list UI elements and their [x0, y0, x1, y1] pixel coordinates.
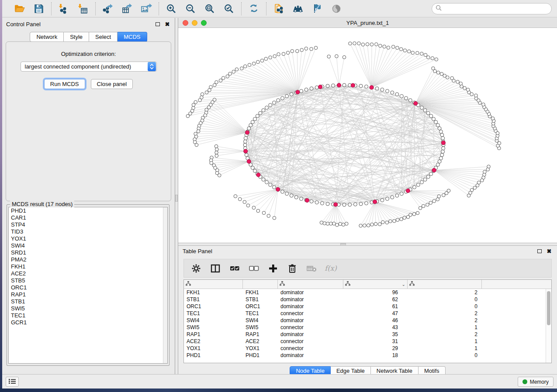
tab-style[interactable]: Style — [64, 32, 89, 42]
run-mcds-button[interactable]: Run MCDS — [44, 79, 85, 89]
cell-MCDS-role: connector — [278, 310, 343, 317]
table-row[interactable]: TEC1TEC1connector472 — [184, 310, 551, 317]
float-table-panel-icon[interactable] — [536, 248, 543, 254]
table-row[interactable]: RAP1RAP1dominator352 — [184, 331, 551, 338]
table-scrollbar[interactable] — [546, 289, 551, 363]
delete-columns-icon[interactable] — [287, 263, 298, 274]
mcds-result-item[interactable]: SRD1 — [9, 249, 167, 256]
task-history-button[interactable] — [6, 377, 19, 387]
cell-successor-nodes: 29 — [343, 345, 408, 352]
mcds-result-item[interactable]: RAP1 — [9, 291, 167, 298]
table-scrollbar-thumb[interactable] — [547, 291, 550, 325]
mcds-result-item[interactable]: STB1 — [9, 298, 167, 305]
cell-name: STB1 — [243, 296, 278, 303]
cell-shared-name: TEC1 — [184, 310, 243, 317]
select-all-icon[interactable] — [229, 263, 240, 274]
cell-predecessor-nodes: 1 — [408, 338, 482, 345]
cell-name: YOX1 — [243, 345, 278, 352]
vertical-splitter-handle[interactable] — [175, 195, 178, 202]
search-icon — [436, 5, 442, 13]
close-table-panel-icon[interactable]: ✖ — [546, 248, 553, 254]
cell-successor-nodes: 35 — [343, 331, 408, 338]
mcds-result-item[interactable]: FKH1 — [9, 263, 167, 270]
close-panel-icon[interactable]: ✖ — [164, 21, 171, 28]
add-column-icon[interactable] — [268, 263, 278, 274]
cell-MCDS-role: dominator — [278, 289, 343, 296]
mcds-result-item[interactable]: TID3 — [9, 228, 167, 235]
control-panel-title: Control Panel — [6, 21, 152, 28]
table-row[interactable]: YOX1YOX1connector291 — [184, 345, 551, 352]
cell-predecessor-nodes: 0 — [408, 303, 482, 310]
zoom-fit-icon[interactable] — [204, 3, 216, 15]
open-file-icon[interactable] — [14, 3, 26, 15]
function-builder-icon: f(x) — [325, 263, 336, 274]
table-row[interactable]: ORC1ORC1dominator610 — [184, 303, 551, 310]
save-session-icon[interactable] — [33, 3, 45, 15]
mcds-result-item[interactable]: YOX1 — [9, 235, 167, 242]
column-header-MCDS-role[interactable] — [278, 280, 343, 289]
optimization-criterion-select[interactable]: largest connected component (undirected) — [21, 62, 157, 72]
import-table-icon[interactable] — [77, 3, 89, 15]
float-panel-icon[interactable] — [154, 21, 161, 28]
table-row[interactable]: PHD1PHD1dominator180 — [184, 352, 551, 359]
zoom-in-icon[interactable] — [165, 3, 177, 15]
network-window-titlebar: YPA_prune.txt_1 — [178, 18, 557, 28]
export-image-icon[interactable] — [140, 3, 152, 15]
tab-network[interactable]: Network — [30, 32, 64, 42]
mcds-list-scrollbar[interactable] — [163, 207, 167, 363]
mcds-result-item[interactable]: PHD1 — [9, 207, 167, 214]
table-row[interactable]: SWI5SWI5connector431 — [184, 324, 551, 331]
import-network-icon[interactable] — [58, 3, 70, 15]
table-settings-icon[interactable] — [191, 263, 201, 274]
split-panel-icon[interactable] — [210, 263, 221, 274]
tab-select[interactable]: Select — [89, 32, 118, 42]
cell-successor-nodes: 46 — [343, 317, 408, 324]
zoom-selected-icon[interactable] — [223, 3, 235, 15]
cell-successor-nodes: 43 — [343, 324, 408, 331]
hide-selected-icon[interactable] — [311, 3, 323, 15]
mcds-result-item[interactable]: STP4 — [9, 221, 167, 228]
column-header-successor-nodes[interactable]: ⌄ — [343, 280, 408, 289]
first-neighbors-icon[interactable] — [292, 3, 304, 15]
mcds-result-item[interactable]: TEC1 — [9, 312, 167, 319]
minimize-window-icon[interactable] — [192, 20, 197, 26]
table-row[interactable]: STB1STB1dominator620 — [184, 296, 551, 303]
apply-layout-icon[interactable] — [248, 3, 260, 15]
close-window-icon[interactable] — [183, 20, 188, 26]
mcds-result-item[interactable]: SWI5 — [9, 305, 167, 312]
show-hidden-icon[interactable] — [330, 3, 343, 15]
network-canvas[interactable] — [178, 28, 557, 243]
network-view-title: YPA_prune.txt_1 — [178, 20, 557, 26]
close-panel-button[interactable]: Close panel — [91, 79, 133, 89]
column-header-shared-name[interactable] — [184, 280, 243, 289]
horizontal-splitter[interactable] — [178, 243, 557, 246]
search-box[interactable] — [432, 3, 552, 14]
search-input[interactable] — [444, 6, 548, 12]
cell-shared-name: SWI5 — [184, 324, 243, 331]
table-row[interactable]: ACE2ACE2connector311 — [184, 338, 551, 345]
tree-icon — [409, 281, 415, 287]
zoom-out-icon[interactable] — [184, 3, 197, 15]
table-row[interactable]: SWI4SWI4dominator462 — [184, 317, 551, 324]
export-network-icon[interactable] — [102, 3, 114, 15]
mcds-result-list[interactable]: PHD1CAR1STP4TID3YOX1SWI4SRD1PMA2FKH1ACE2… — [8, 207, 168, 364]
memory-status-icon — [522, 379, 527, 384]
column-header-name[interactable] — [243, 280, 278, 289]
mcds-result-item[interactable]: PMA2 — [9, 256, 167, 263]
clone-network-icon[interactable] — [273, 3, 285, 15]
mcds-result-item[interactable]: CAR1 — [9, 214, 167, 221]
export-table-icon[interactable] — [121, 3, 133, 15]
tab-mcds[interactable]: MCDS — [118, 32, 147, 42]
memory-button[interactable]: Memory — [518, 377, 554, 387]
mcds-result-item[interactable]: STB5 — [9, 277, 167, 284]
column-header-predecessor-nodes[interactable] — [408, 280, 482, 289]
vertical-splitter[interactable] — [175, 18, 178, 374]
deselect-all-icon[interactable] — [249, 263, 259, 274]
mcds-result-item[interactable]: ORC1 — [9, 284, 167, 291]
mcds-result-item[interactable]: SWI4 — [9, 242, 167, 249]
mcds-result-item[interactable]: GCR1 — [9, 319, 167, 326]
maximize-window-icon[interactable] — [201, 20, 207, 26]
cell-MCDS-role: dominator — [278, 331, 343, 338]
table-row[interactable]: FKH1FKH1dominator962 — [184, 289, 551, 296]
mcds-result-item[interactable]: ACE2 — [9, 270, 167, 277]
